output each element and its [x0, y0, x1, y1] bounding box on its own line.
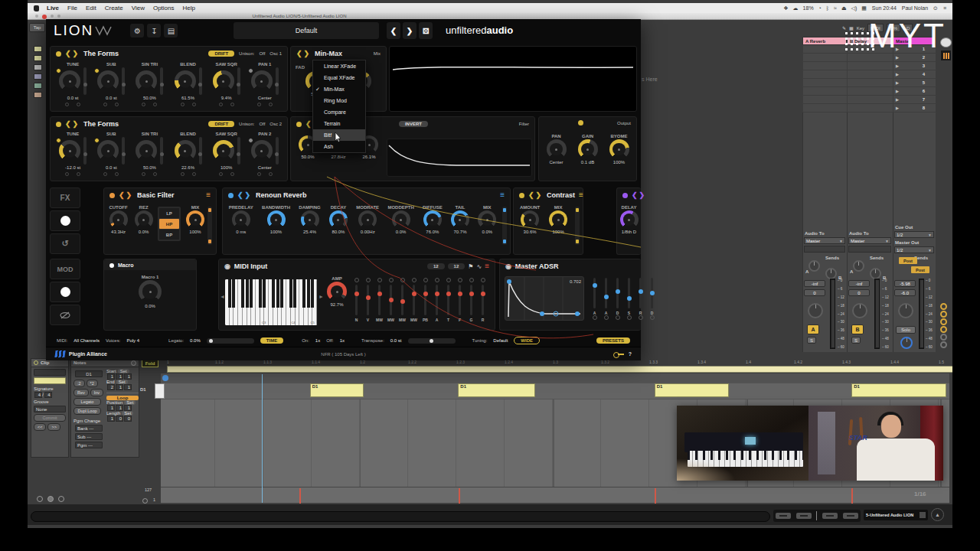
knob-saw-sqr[interactable]: SAW SQR9.4%	[213, 62, 240, 106]
clip-slot[interactable]	[802, 45, 847, 53]
knob-sin-tri[interactable]: SIN TRI50.0%	[136, 62, 163, 106]
mixer-section-toggle[interactable]	[940, 311, 947, 318]
midi-menu-icon[interactable]: ≡	[485, 263, 489, 269]
status-icon[interactable]: ☁	[793, 5, 799, 11]
osc1-drift-button[interactable]: DRIFT	[208, 51, 234, 57]
duplicate-loop-button[interactable]: Dupl.Loop	[74, 407, 101, 415]
mod-hide-icon[interactable]	[50, 305, 80, 325]
preview-volume-knob[interactable]	[900, 337, 913, 349]
knob-mix[interactable]: MIX100%	[549, 205, 567, 234]
sub-field[interactable]: Sub ---	[75, 433, 103, 440]
menu-item-help[interactable]: Help	[183, 5, 195, 11]
scene-slot[interactable]: ▶7	[893, 96, 936, 103]
dropdown-item-equal-xfade[interactable]: Equal XFade	[313, 72, 365, 83]
send-a-post-toggle[interactable]: Post	[899, 257, 917, 264]
track-color-chip[interactable]	[34, 55, 42, 61]
knob-tail[interactable]: TAIL70.7%	[451, 205, 469, 234]
black-key[interactable]	[250, 279, 253, 308]
voices-value[interactable]: Poly 4	[126, 338, 139, 343]
next-clip-button[interactable]: >>	[47, 423, 60, 431]
knob-byome[interactable]: BYOME100%	[609, 134, 629, 165]
filter-mode-bp[interactable]: BP	[159, 230, 179, 240]
prev-clip-button[interactable]: <<	[34, 423, 46, 431]
close-button[interactable]	[42, 15, 47, 19]
knob-blend[interactable]: BLEND61.5%	[175, 62, 202, 106]
follow-button[interactable]	[162, 375, 168, 381]
invert-button[interactable]: Inv	[90, 389, 103, 396]
mod-slider-a[interactable]: A	[589, 278, 600, 322]
knob-diffuse[interactable]: DIFFUSE76.0%	[423, 205, 443, 234]
mod-slider-mw[interactable]: MW	[385, 278, 397, 322]
return-a-meter[interactable]	[830, 279, 835, 349]
return-a-solo[interactable]: S	[807, 337, 816, 344]
knob-pan-2[interactable]: PAN 2Center	[251, 132, 279, 176]
save-preset-icon[interactable]: ↧	[147, 24, 161, 37]
clip-slot[interactable]	[802, 87, 847, 95]
black-key[interactable]	[228, 279, 231, 308]
scene-slot[interactable]: ▶3	[893, 62, 936, 70]
clip-slot[interactable]	[802, 62, 847, 70]
mod-slider-mw[interactable]: MW	[397, 278, 408, 322]
black-key[interactable]	[232, 279, 235, 308]
envelope-icon[interactable]	[37, 496, 43, 502]
knob-delay[interactable]: DELAY1/8th D	[620, 205, 639, 234]
transpose-slider[interactable]	[408, 338, 456, 344]
clip-slot[interactable]	[847, 96, 893, 103]
return-a-sub-select[interactable]	[804, 246, 845, 253]
settings-gear-icon[interactable]: ⚙	[130, 24, 144, 37]
clip-slot[interactable]	[847, 87, 893, 95]
return-a-send-a-knob[interactable]	[808, 260, 820, 272]
mixer-section-toggle[interactable]	[940, 334, 947, 341]
mod-slider-pb[interactable]: PB	[420, 278, 431, 322]
osc1-color-dot[interactable]	[56, 51, 61, 57]
clip-color-dot[interactable]	[34, 360, 38, 365]
mixer-section-toggle[interactable]	[940, 326, 947, 333]
window-button[interactable]	[35, 15, 38, 18]
return-a-pan-knob[interactable]	[808, 303, 823, 318]
minimize-button[interactable]	[51, 15, 54, 18]
tap-tempo-button[interactable]: Tap	[29, 23, 45, 32]
mod-slider-f[interactable]: F	[454, 278, 466, 322]
status-icon[interactable]: ᛒ	[826, 5, 829, 11]
basic-filter-nav-arrows[interactable]: ❮❯	[119, 191, 133, 199]
license-key-icon[interactable]	[613, 352, 624, 357]
apple-menu-icon[interactable]	[34, 5, 39, 11]
mod-slider-r[interactable]: R	[477, 278, 488, 322]
return-b-volume[interactable]: 0	[848, 289, 870, 296]
status-icon[interactable]: ◔	[818, 5, 822, 11]
midi-range-high[interactable]: 12	[448, 263, 466, 269]
start-value[interactable]: 111	[106, 373, 139, 380]
dropdown-item-linear-xfade[interactable]: Linear XFade	[313, 60, 365, 72]
return-b-output-select[interactable]: Master▼	[848, 237, 891, 244]
menubar-user[interactable]: Paul Nolan	[902, 5, 928, 11]
velocity-mark[interactable]	[299, 488, 301, 504]
clip-slot[interactable]	[802, 70, 847, 78]
filter-mode-lp[interactable]: LP	[159, 208, 179, 218]
master-solo[interactable]: Solo	[896, 326, 916, 334]
mod-power-button[interactable]	[50, 282, 80, 302]
preset-name-field[interactable]: Default	[234, 22, 379, 39]
dropdown-item-compare[interactable]: Compare	[313, 106, 365, 118]
groove-value[interactable]: None	[34, 406, 66, 412]
tuning-value[interactable]: Default	[493, 338, 508, 343]
black-key[interactable]	[280, 279, 283, 308]
mixer-section-toggle[interactable]	[940, 303, 947, 310]
midi-clip[interactable]: D1	[458, 383, 535, 397]
loop-brace[interactable]	[167, 366, 952, 373]
return-b-send-b-knob[interactable]	[870, 268, 881, 279]
grid-resolution-label[interactable]: 1/16	[914, 491, 926, 497]
random-preset-icon[interactable]: ⚄	[419, 22, 433, 39]
mixer-section-toggle[interactable]	[940, 341, 947, 348]
delay-nav-arrows[interactable]: ❮❯	[632, 191, 646, 199]
clip-slot[interactable]	[802, 104, 847, 112]
dropdown-item-terrain[interactable]: Terrain	[313, 118, 365, 129]
menu-item-view[interactable]: View	[132, 5, 145, 11]
spotlight-icon[interactable]: ⊙	[933, 5, 938, 11]
mod-slider-t[interactable]: T	[443, 278, 454, 322]
time-button[interactable]: TIME	[260, 337, 283, 344]
signature-denominator[interactable]: 4	[44, 392, 52, 398]
knob-pan-1[interactable]: PAN 1Center	[251, 62, 279, 106]
return-b-meter[interactable]	[874, 279, 880, 349]
on-value[interactable]: 1x	[315, 338, 320, 343]
black-key[interactable]	[241, 279, 244, 308]
